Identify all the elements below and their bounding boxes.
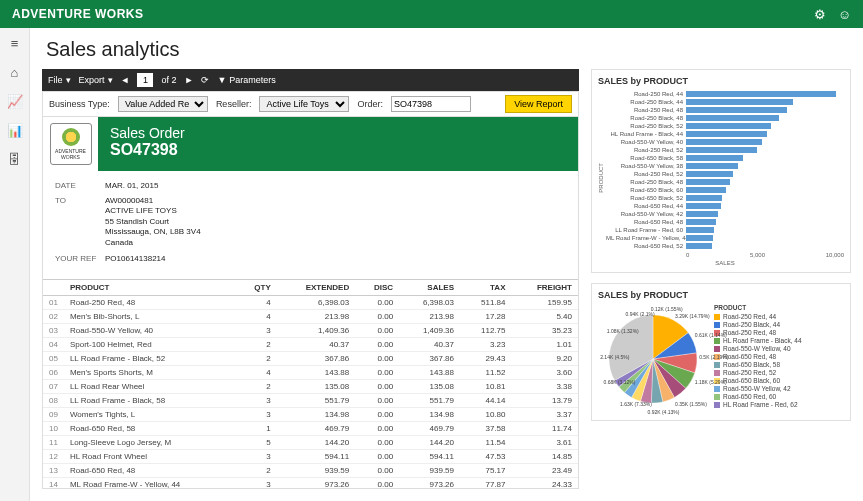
business-type-label: Business Type: bbox=[49, 99, 110, 109]
sidebar: ≡ ⌂ 📈 📊 🗄 bbox=[0, 28, 30, 501]
bar bbox=[686, 242, 844, 250]
bar-label: Road-650 Red, 48 bbox=[606, 218, 686, 226]
view-report-button[interactable]: View Report bbox=[505, 95, 572, 113]
table-row: 05LL Road Frame - Black, 522367.860.0036… bbox=[43, 351, 578, 365]
bar bbox=[686, 178, 844, 186]
pie-callout: 0.5K (2.19%) bbox=[699, 354, 728, 360]
bar-label: Road-250 Black, 52 bbox=[606, 122, 686, 130]
table-row: 11Long-Sleeve Logo Jersey, M5144.200.001… bbox=[43, 435, 578, 449]
refresh-icon[interactable]: ⟳ bbox=[201, 75, 209, 85]
bar-label: Road-650 Black, 52 bbox=[606, 194, 686, 202]
page-title: Sales analytics bbox=[30, 28, 863, 69]
bar-label: LL Road Frame - Red, 60 bbox=[606, 226, 686, 234]
report-toolbar: File ▾ Export ▾ ◄ 1 of 2 ► ⟳ ▼ Parameter… bbox=[42, 69, 579, 91]
business-type-select[interactable]: Value Added Reseller bbox=[118, 96, 208, 112]
order-heading: Sales Order bbox=[110, 125, 566, 141]
order-input[interactable] bbox=[391, 96, 471, 112]
bar bbox=[686, 170, 844, 178]
page-input[interactable]: 1 bbox=[137, 73, 153, 87]
bar bbox=[686, 154, 844, 162]
parameters-button[interactable]: ▼ Parameters bbox=[217, 75, 275, 85]
bar bbox=[686, 226, 844, 234]
ship-to: AW00000481 ACTIVE LIFE TOYS 55 Standish … bbox=[105, 196, 201, 248]
bar-label: Road-250 Red, 48 bbox=[606, 106, 686, 114]
col-header: FREIGHT bbox=[511, 279, 578, 295]
filter-bar: Business Type: Value Added Reseller Rese… bbox=[42, 91, 579, 117]
legend-item: Road-650 Black, 60 bbox=[714, 377, 802, 384]
date-value: MAR. 01, 2015 bbox=[105, 181, 158, 190]
pie-chart-card: SALES by PRODUCT 3.29K (14.79%)0.61K (1.… bbox=[591, 283, 851, 421]
bar-label: Road-550-W Yellow, 42 bbox=[606, 210, 686, 218]
bar-label: Road-250 Black, 44 bbox=[606, 98, 686, 106]
home-icon[interactable]: ⌂ bbox=[11, 65, 19, 80]
bar-chart-card: SALES by PRODUCT PRODUCT Road-250 Red, 4… bbox=[591, 69, 851, 273]
bar-label: Road-550-W Yellow, 40 bbox=[606, 138, 686, 146]
bar-label: Road-650 Red, 44 bbox=[606, 202, 686, 210]
gear-icon[interactable]: ⚙ bbox=[814, 7, 826, 22]
table-row: 14ML Road Frame-W - Yellow, 443973.260.0… bbox=[43, 477, 578, 489]
pie-callout: 1.63K (7.33%) bbox=[620, 401, 652, 407]
tick: 5,000 bbox=[750, 252, 765, 258]
bar-label: HL Road Frame - Black, 44 bbox=[606, 130, 686, 138]
table-row: 09Women's Tights, L3134.980.00134.9810.8… bbox=[43, 407, 578, 421]
table-row: 02Men's Bib-Shorts, L4213.980.00213.9817… bbox=[43, 309, 578, 323]
bar-label: Road-250 Red, 52 bbox=[606, 146, 686, 154]
chart-icon[interactable]: 📊 bbox=[7, 123, 23, 138]
bar-chart-title: SALES by PRODUCT bbox=[598, 76, 844, 86]
line-items-table: PRODUCTQTYEXTENDEDDISCSALESTAXFREIGHT 01… bbox=[43, 279, 578, 489]
legend-item: Road-650 Black, 58 bbox=[714, 361, 802, 368]
bar bbox=[686, 194, 844, 202]
bar-label: Road-250 Red, 44 bbox=[606, 90, 686, 98]
report-body: ADVENTURE WORKS Sales Order SO47398 DATE… bbox=[42, 117, 579, 489]
bar bbox=[686, 130, 844, 138]
pie-callout: 0.92K (4.13%) bbox=[648, 409, 680, 415]
export-menu[interactable]: Export ▾ bbox=[79, 75, 113, 85]
file-menu[interactable]: File ▾ bbox=[48, 75, 71, 85]
analytics-icon[interactable]: 📈 bbox=[7, 94, 23, 109]
pie-callout: 0.61K (1.14%) bbox=[695, 332, 727, 338]
bar-label: Road-550-W Yellow, 38 bbox=[606, 162, 686, 170]
brand: ADVENTURE WORKS bbox=[12, 7, 144, 21]
to-label: TO bbox=[55, 196, 105, 248]
ref-label: YOUR REF bbox=[55, 254, 105, 263]
pie-callout: 3.29K (14.79%) bbox=[675, 313, 710, 319]
pie-callout: 0.68K (3.12%) bbox=[604, 379, 636, 385]
pie-chart-title: SALES by PRODUCT bbox=[598, 290, 844, 300]
menu-icon[interactable]: ≡ bbox=[11, 36, 19, 51]
date-label: DATE bbox=[55, 181, 105, 190]
legend-item: Road-250 Black, 44 bbox=[714, 321, 802, 328]
legend-item: Road-550-W Yellow, 40 bbox=[714, 345, 802, 352]
bar bbox=[686, 146, 844, 154]
logo: ADVENTURE WORKS bbox=[43, 117, 98, 171]
bar bbox=[686, 114, 844, 122]
bar bbox=[686, 106, 844, 114]
briefcase-icon[interactable]: 🗄 bbox=[8, 152, 21, 167]
bar-label: Road-650 Black, 58 bbox=[606, 154, 686, 162]
table-row: 04Sport-100 Helmet, Red240.370.0040.373.… bbox=[43, 337, 578, 351]
bar bbox=[686, 122, 844, 130]
bar-label: Road-650 Red, 52 bbox=[606, 242, 686, 250]
order-title-block: Sales Order SO47398 bbox=[98, 117, 578, 171]
next-page-icon[interactable]: ► bbox=[184, 75, 193, 85]
col-header: TAX bbox=[460, 279, 511, 295]
legend-item: Road-550-W Yellow, 42 bbox=[714, 385, 802, 392]
pie-callout: 1.08K (1.32%) bbox=[607, 328, 639, 334]
prev-page-icon[interactable]: ◄ bbox=[121, 75, 130, 85]
order-label: Order: bbox=[357, 99, 383, 109]
bar-x-axis-label: SALES bbox=[606, 260, 844, 266]
pie-callout: 0.35K (1.55%) bbox=[675, 401, 707, 407]
legend-item: Road-250 Red, 48 bbox=[714, 329, 802, 336]
bar-label: Road-250 Black, 48 bbox=[606, 114, 686, 122]
table-row: 07LL Road Rear Wheel2135.080.00135.0810.… bbox=[43, 379, 578, 393]
col-header: DISC bbox=[355, 279, 399, 295]
pie-chart: 3.29K (14.79%)0.61K (1.14%)0.5K (2.19%)1… bbox=[598, 304, 708, 414]
tick: 10,000 bbox=[826, 252, 844, 258]
reseller-select[interactable]: Active Life Toys bbox=[259, 96, 349, 112]
user-icon[interactable]: ☺ bbox=[838, 7, 851, 22]
bar-label: Road-250 Black, 48 bbox=[606, 178, 686, 186]
table-row: 13Road-650 Red, 482939.590.00939.5975.17… bbox=[43, 463, 578, 477]
bar-label: Road-650 Black, 60 bbox=[606, 186, 686, 194]
col-header: QTY bbox=[237, 279, 277, 295]
bar bbox=[686, 98, 844, 106]
bar bbox=[686, 90, 844, 98]
